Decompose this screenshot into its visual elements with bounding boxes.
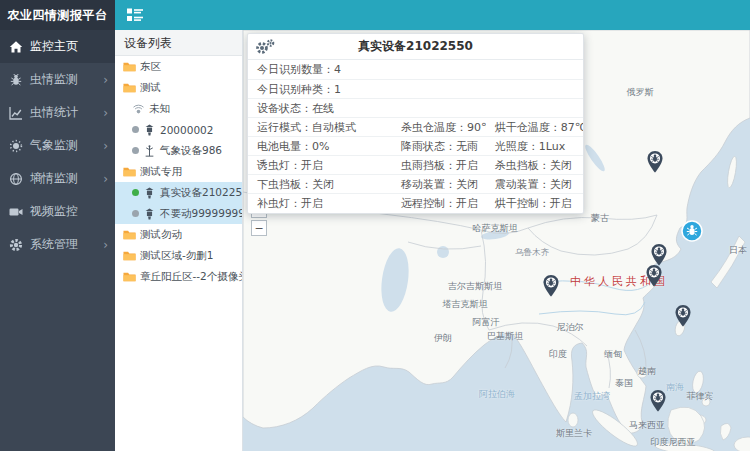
status-dot-gray xyxy=(132,210,139,217)
globe-icon xyxy=(9,172,23,186)
popup-detail-cell: 运行模式：自动模式 xyxy=(248,118,392,137)
popup-detail-cell: 烘干仓温度：87℃ xyxy=(486,118,583,137)
insect-lamp-icon xyxy=(143,187,156,199)
sidebar-item-label: 虫情统计 xyxy=(30,104,78,121)
chevron-right-icon: › xyxy=(103,107,108,119)
status-dot-gray xyxy=(132,147,139,154)
device-tree-item[interactable]: 不要动99999999 xyxy=(115,203,242,224)
sidebar-item-home[interactable]: 监控主页 xyxy=(0,30,115,63)
popup-detail-cell: 震动装置：关闭 xyxy=(486,175,583,194)
chevron-right-icon: › xyxy=(103,74,108,86)
sidebar-item-video-surveillance[interactable]: 视频监控 xyxy=(0,195,115,228)
device-tree-item[interactable]: 真实设备21022550 xyxy=(115,182,242,203)
popup-title: 真实设备21022550 xyxy=(358,38,473,55)
folder-icon xyxy=(123,82,136,94)
map-zoom-out-button[interactable]: − xyxy=(251,220,267,236)
sidebar-item-system-management[interactable]: 系统管理› xyxy=(0,228,115,261)
device-pin-marker[interactable] xyxy=(646,265,662,287)
sidebar-item-insect-statistics[interactable]: 虫情统计› xyxy=(0,96,115,129)
app-title: 农业四情测报平台 xyxy=(0,0,115,30)
popup-detail-grid: 运行模式：自动模式杀虫仓温度：90℃烘干仓温度：87℃电池电量：0%降雨状态：无… xyxy=(248,117,583,213)
sidebar-toggle-icon[interactable] xyxy=(127,8,143,22)
sidebar-item-label: 虫情监测 xyxy=(30,71,78,88)
status-dot-green xyxy=(132,189,139,196)
sidebar-item-label: 气象监测 xyxy=(30,137,78,154)
device-tree-item[interactable]: 章丘阳丘区--2个摄像头 xyxy=(115,266,242,287)
sidebar-item-label: 视频监控 xyxy=(30,203,78,220)
gear-icon xyxy=(9,238,23,252)
insect-lamp-icon xyxy=(143,208,156,220)
device-detail-popup: 真实设备21022550 今日识别数量：4今日识别种类：1设备状态：在线 运行模… xyxy=(247,33,584,214)
popup-detail-cell: 补虫灯：开启 xyxy=(248,194,392,213)
device-label: 气象设备986 xyxy=(160,144,222,158)
device-pin-marker[interactable] xyxy=(543,275,559,297)
sidebar-item-label: 监控主页 xyxy=(30,38,78,55)
device-tree-item[interactable]: 测试区域-勿删1 xyxy=(115,245,242,266)
chevron-right-icon: › xyxy=(103,173,108,185)
device-tree-item[interactable]: 气象设备986 xyxy=(115,140,242,161)
device-label: 未知 xyxy=(149,102,170,116)
sidebar-nav: 监控主页虫情监测›虫情统计›气象监测›墒情监测›视频监控系统管理› xyxy=(0,30,115,261)
device-label: 测试区域-勿删1 xyxy=(140,249,213,263)
device-label: 不要动99999999 xyxy=(160,207,242,221)
status-dot-gray xyxy=(132,126,139,133)
device-label: 测试 xyxy=(140,81,161,95)
popup-detail-cell: 降雨状态：无雨 xyxy=(392,137,486,156)
folder-icon xyxy=(123,250,136,262)
sidebar-item-moisture-monitoring[interactable]: 墒情监测› xyxy=(0,162,115,195)
popup-summary: 今日识别数量：4今日识别种类：1设备状态：在线 xyxy=(248,60,583,117)
popup-summary-row: 今日识别种类：1 xyxy=(248,79,583,98)
settings-gears-icon[interactable] xyxy=(255,38,275,55)
popup-detail-cell: 远程控制：开启 xyxy=(392,194,486,213)
app-window: 农业四情测报平台 监控主页虫情监测›虫情统计›气象监测›墒情监测›视频监控系统管… xyxy=(0,0,750,451)
device-tree-item[interactable]: 东区 xyxy=(115,56,242,77)
popup-detail-cell: 电池电量：0% xyxy=(248,137,392,156)
popup-detail-cell: 虫雨挡板：开启 xyxy=(392,156,486,175)
unknown-icon xyxy=(132,103,145,115)
device-tree: 东区测试未知20000002气象设备986测试专用真实设备21022550不要动… xyxy=(115,56,242,287)
popup-summary-row: 设备状态：在线 xyxy=(248,98,583,117)
folder-icon xyxy=(123,271,136,283)
popup-detail-cell: 烘干控制：开启 xyxy=(486,194,583,213)
insect-lamp-icon xyxy=(143,124,156,136)
chevron-right-icon: › xyxy=(103,140,108,152)
sidebar-item-insect-monitoring[interactable]: 虫情监测› xyxy=(0,63,115,96)
device-tree-item[interactable]: 未知 xyxy=(115,98,242,119)
device-label: 章丘阳丘区--2个摄像头 xyxy=(140,270,242,284)
device-pin-marker[interactable] xyxy=(651,244,667,266)
map-canvas[interactable]: 俄罗斯蒙古哈萨克斯坦吉尔吉斯斯坦塔吉克斯坦阿富汗伊朗巴基斯坦尼泊尔印度缅甸泰国越… xyxy=(243,30,750,451)
device-pin-marker[interactable] xyxy=(650,390,666,412)
device-label: 20000002 xyxy=(160,124,213,136)
device-label: 东区 xyxy=(140,60,161,74)
home-icon xyxy=(9,40,23,54)
popup-summary-row: 今日识别数量：4 xyxy=(248,60,583,79)
popup-detail-cell: 杀虫仓温度：90℃ xyxy=(392,118,486,137)
device-label: 测试勿动 xyxy=(140,228,182,242)
device-pin-marker[interactable] xyxy=(675,305,691,327)
device-pin-marker[interactable] xyxy=(647,151,663,173)
sidebar-item-label: 系统管理 xyxy=(30,236,78,253)
popup-detail-cell: 移动装置：关闭 xyxy=(392,175,486,194)
device-tree-item[interactable]: 20000002 xyxy=(115,119,242,140)
popup-detail-cell: 诱虫灯：开启 xyxy=(248,156,392,175)
device-tree-item[interactable]: 测试 xyxy=(115,77,242,98)
sidebar-item-weather-monitoring[interactable]: 气象监测› xyxy=(0,129,115,162)
folder-icon xyxy=(123,166,136,178)
device-list-panel: 设备列表 东区测试未知20000002气象设备986测试专用真实设备210225… xyxy=(115,30,243,451)
popup-detail-cell: 光照度：1Lux xyxy=(486,137,583,156)
sidebar: 农业四情测报平台 监控主页虫情监测›虫情统计›气象监测›墒情监测›视频监控系统管… xyxy=(0,0,115,451)
main-area: 设备列表 东区测试未知20000002气象设备986测试专用真实设备210225… xyxy=(115,0,750,451)
device-cluster-marker[interactable] xyxy=(681,220,703,242)
folder-icon xyxy=(123,61,136,73)
sidebar-item-label: 墒情监测 xyxy=(30,170,78,187)
folder-icon xyxy=(123,229,136,241)
device-label: 真实设备21022550 xyxy=(160,186,242,200)
bug-icon xyxy=(9,73,23,87)
sun-icon xyxy=(9,139,23,153)
device-list-title: 设备列表 xyxy=(115,30,242,56)
chevron-right-icon: › xyxy=(103,239,108,251)
device-label: 测试专用 xyxy=(140,165,182,179)
device-tree-item[interactable]: 测试勿动 xyxy=(115,224,242,245)
device-tree-item[interactable]: 测试专用 xyxy=(115,161,242,182)
content-area: 设备列表 东区测试未知20000002气象设备986测试专用真实设备210225… xyxy=(115,30,750,451)
